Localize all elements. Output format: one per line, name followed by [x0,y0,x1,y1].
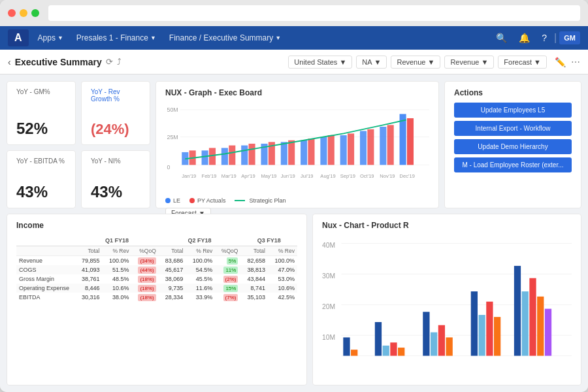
q1-rev: 51.5% [103,265,132,274]
kpi-ni-label: YoY - NI% [91,157,140,165]
svg-rect-16 [281,142,287,165]
separator: | [554,32,557,44]
nav-presales[interactable]: Presales 1 - Finance ▼ [70,29,163,46]
svg-rect-55 [390,342,397,355]
kpi-gm-label: YoY - GM% [16,88,66,95]
edit-icon[interactable]: ✏️ [555,57,566,67]
svg-rect-62 [478,315,485,356]
action-btn-hierarchy[interactable]: Update Demo Hierarchy [454,139,572,154]
svg-rect-61 [471,291,478,356]
filter-na[interactable]: NA ▼ [356,56,387,69]
q1-rev: 48.5% [103,274,132,284]
filter-forecast[interactable]: Forecast ▼ [498,56,547,69]
svg-text:Feb'19: Feb'19 [202,173,217,179]
action-btn-employees[interactable]: Update Employees L5 [454,103,572,118]
qoq-badge: 5% [227,257,238,265]
q1-rev: 38.0% [103,293,132,302]
refresh-icon[interactable]: ⟳ [106,57,113,67]
action-btn-export[interactable]: Internal Export - Workflow [454,121,572,136]
row-name: Operating Expense [16,284,75,293]
svg-rect-59 [438,325,445,356]
svg-rect-64 [494,317,500,355]
kpi-gm: YoY - GM% 52% [7,81,76,145]
qoq-badge: (34%) [138,257,155,265]
more-icon[interactable]: ⋯ [571,57,580,67]
q2-qoq-h: %QoQ [215,246,240,256]
q1-rev: 10.6% [103,284,132,293]
table-row: Revenue 79,855 100.0% (34%) 83,686 100.0… [16,256,297,266]
svg-text:Jun'19: Jun'19 [281,173,295,179]
product-chart-body: 40M 30M 20M 10M [322,235,572,378]
q3-rev: 100.0% [268,256,297,266]
svg-rect-27 [387,125,394,165]
q1-rev: 100.0% [103,256,132,266]
svg-text:50M: 50M [167,106,178,112]
qoq-badge: 15% [223,285,238,292]
filter-revenue2[interactable]: Revenue ▼ [444,56,494,69]
help-icon[interactable]: ? [537,30,551,46]
svg-rect-26 [380,127,386,165]
address-bar[interactable] [48,5,580,21]
chevron-icon: ▼ [150,35,156,41]
share-icon[interactable]: ⤴ [117,57,122,67]
qoq-badge: (2%) [223,276,238,283]
chevron-icon: ▼ [339,58,346,66]
q1-qoq: (34%) [132,256,159,266]
search-icon[interactable]: 🔍 [491,30,512,46]
svg-rect-51 [343,337,350,355]
svg-rect-54 [383,346,389,356]
col-empty [16,246,75,256]
actions-title: Actions [454,88,572,97]
q3-rev: 53.0% [268,274,297,284]
close-dot[interactable] [8,9,16,17]
svg-rect-25 [367,129,374,165]
py-dot [189,198,195,203]
q3-total: 35,103 [240,293,268,302]
maximize-dot[interactable] [31,9,39,17]
svg-text:40M: 40M [322,240,335,248]
svg-rect-57 [423,312,429,355]
svg-rect-29 [407,118,414,165]
chevron-icon: ▼ [275,35,281,41]
svg-text:Nov'19: Nov'19 [380,173,395,179]
q1-total: 38,761 [75,274,103,284]
row-name: COGS [16,265,75,274]
svg-text:25M: 25M [167,134,178,140]
svg-rect-23 [348,133,354,165]
nav-apps[interactable]: Apps ▼ [31,29,70,46]
filter-revenue1[interactable]: Revenue ▼ [391,56,440,69]
q2-qoq: 11% [215,265,240,274]
svg-text:Jul'19: Jul'19 [301,173,314,179]
q2-total-h: Total [159,246,186,256]
bottom-row: Income Q1 FY18 Q2 FY18 Q3 FY18 Total % R… [7,214,581,385]
actions-panel: Actions Update Employees L5 Internal Exp… [444,81,581,208]
qoq-badge: (18%) [138,294,155,301]
q3-rev-h: % Rev [268,246,297,256]
app-logo: A [8,29,29,46]
filter-us[interactable]: United States ▼ [288,56,352,69]
kpi-ebitda: YoY - EBITDA % 43% [7,150,76,208]
income-table: Q1 FY18 Q2 FY18 Q3 FY18 Total % Rev %QoQ… [16,235,297,302]
le-dot [165,198,171,203]
kpi-ni-value: 43% [91,183,140,201]
exec-chart-body: 50M 25M 0 [165,101,429,195]
chevron-icon: ▼ [481,58,488,66]
svg-rect-21 [328,135,335,165]
q1-qoq: (44%) [132,265,159,274]
minimize-dot[interactable] [20,9,27,17]
notification-icon[interactable]: 🔔 [514,30,534,46]
browser-chrome [0,0,588,26]
table-row: COGS 41,093 51.5% (44%) 45,617 54.5% 11%… [16,265,297,274]
user-avatar[interactable]: GM [559,31,580,44]
exec-chart-panel: NUX - Graph - Exec Board 50M 25M 0 [155,81,439,208]
q3-rev: 47.0% [268,265,297,274]
q3-total: 82,658 [240,256,268,266]
chevron-icon: ▼ [534,58,541,66]
kpi-rev-value: (24%) [91,121,140,138]
qoq-badge: (18%) [138,276,155,283]
nav-finance[interactable]: Finance / Executive Summary ▼ [163,29,287,46]
svg-rect-22 [340,135,347,165]
back-button[interactable]: ‹ [8,57,11,67]
action-btn-roster[interactable]: M - Load Employee Roster (exter... [454,157,572,172]
q3-rev: 10.6% [268,284,297,293]
